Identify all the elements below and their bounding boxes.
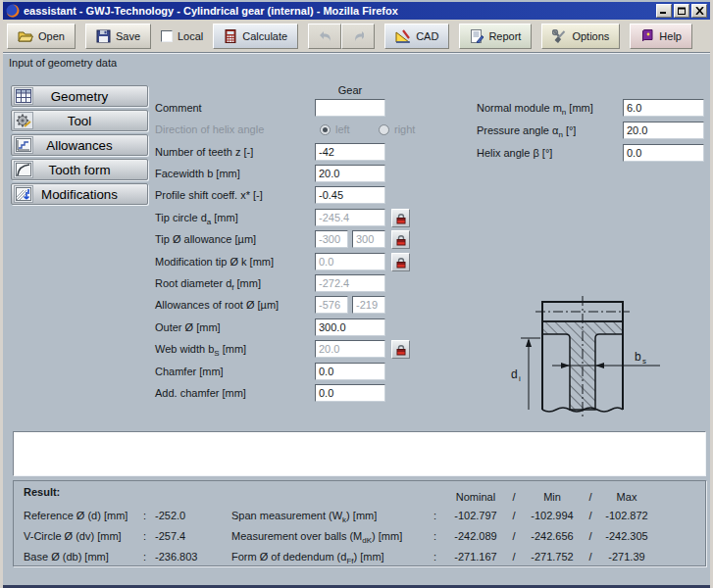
tip-allowance-input-2 [352, 230, 385, 248]
help-button-label: Help [659, 30, 682, 42]
sidebar-item-modifications-label: Modifications [41, 187, 118, 202]
gear-icon [14, 112, 33, 129]
chart-icon [14, 136, 33, 154]
helix-direction-label: Direction of helix angle [155, 123, 264, 135]
window-title: eassistant - GWJ-Technology - Cylindrica… [24, 5, 398, 17]
form-row-tip-modification: Modification tip Ø k [mm] [155, 253, 577, 271]
close-button[interactable] [691, 4, 707, 18]
help-button[interactable]: Help [630, 24, 692, 49]
tip-modification-input [315, 253, 385, 270]
report-document-icon [470, 29, 484, 43]
normal-module-label: Normal module mn [mm] [477, 102, 593, 117]
cad-button-label: CAD [416, 30, 438, 42]
save-button-label: Save [116, 30, 140, 42]
sidebar-item-tooth-form[interactable]: Tooth form [11, 159, 148, 180]
chamfer-input[interactable] [315, 363, 385, 380]
tip-circle-label: Tip circle da [mm] [155, 212, 238, 226]
message-area [13, 431, 706, 476]
teeth-label: Number of teeth z [-] [155, 146, 253, 158]
form-row-helix-angle: Helix angle β [°] [477, 144, 712, 163]
form-row-profile-shift: Profile shift coeff. x* [-] [155, 186, 577, 205]
form-row-normal-module: Normal module mn [mm] [477, 99, 712, 118]
local-checkbox[interactable] [161, 30, 173, 42]
helix-angle-input[interactable] [623, 144, 704, 162]
sidebar-item-allowances[interactable]: Allowances [11, 134, 148, 156]
comment-input[interactable] [315, 99, 385, 117]
profile-shift-input[interactable] [315, 186, 385, 204]
svg-text:s: s [642, 357, 646, 366]
toolbar: Open Save Local Calculate CAD R [3, 20, 710, 52]
maximize-button[interactable] [674, 4, 689, 18]
add-chamfer-input[interactable] [315, 384, 385, 402]
padlock-icon [395, 257, 407, 269]
chamfer-label: Chamfer [mm] [155, 366, 224, 377]
form-row-tip-allowance: Tip Ø allowance [µm] [155, 230, 577, 249]
root-allowance-input-2 [352, 296, 385, 314]
padlock-icon [395, 344, 407, 356]
open-button-label: Open [38, 30, 65, 42]
diagram-bs-label: b [635, 350, 641, 364]
redo-arrow-icon [352, 30, 364, 42]
tip-modification-label: Modification tip Ø k [mm] [155, 256, 274, 268]
local-checkbox-group: Local [161, 30, 203, 42]
svg-text:i: i [519, 374, 521, 383]
profile-shift-label: Profile shift coeff. x* [-] [155, 189, 263, 201]
padlock-icon [395, 234, 407, 246]
facewidth-input[interactable] [315, 165, 385, 182]
open-folder-icon [18, 29, 33, 43]
calculate-button[interactable]: Calculate [213, 24, 298, 49]
helix-right-radio-label: right [394, 123, 415, 135]
modification-arrows-icon [14, 185, 33, 203]
grid-icon [14, 87, 33, 105]
web-width-lock-button[interactable] [391, 340, 410, 359]
root-allowances-label: Allowances of root Ø [µm] [155, 299, 279, 311]
status-text: Input of geometry data [9, 57, 117, 69]
sidebar-item-geometry[interactable]: Geometry [11, 85, 148, 107]
options-button[interactable]: Options [541, 24, 620, 49]
cad-button[interactable]: CAD [384, 24, 449, 49]
options-tools-icon [552, 29, 567, 43]
options-button-label: Options [572, 30, 609, 42]
title-bar: eassistant - GWJ-Technology - Cylindrica… [3, 2, 710, 20]
redo-button [341, 24, 375, 49]
result-row: Base Ø (db) [mm] : -236.803 Form Ø of de… [14, 551, 705, 566]
helix-right-radio [379, 124, 389, 135]
tip-circle-lock-button[interactable] [391, 209, 410, 227]
outer-diameter-input[interactable] [315, 318, 385, 336]
max-header: Max [596, 491, 657, 503]
result-row: V-Circle Ø (dv) [mm] : -257.4 Measuremen… [14, 530, 705, 546]
v-circle-diameter-label: V-Circle Ø (dv) [mm] [24, 530, 122, 542]
tip-allowance-lock-button[interactable] [391, 230, 410, 249]
sidebar-item-tool[interactable]: Tool [11, 110, 148, 131]
form-row-pressure-angle: Pressure angle αn [°] [477, 122, 712, 140]
sidebar-item-tool-label: Tool [68, 114, 91, 128]
calculator-icon [224, 29, 237, 43]
helix-angle-label: Helix angle β [°] [477, 147, 552, 159]
pressure-angle-input[interactable] [623, 122, 704, 139]
tip-allowance-label: Tip Ø allowance [µm] [155, 233, 256, 245]
tip-modification-lock-button[interactable] [391, 253, 410, 271]
save-button[interactable]: Save [85, 24, 151, 49]
sidebar-item-modifications[interactable]: Modifications [11, 183, 148, 205]
base-diameter-value: -236.803 [155, 551, 197, 563]
reference-diameter-value: -252.0 [155, 510, 185, 521]
outer-diameter-label: Outer Ø [mm] [155, 321, 221, 333]
number-of-teeth-input[interactable] [315, 143, 385, 161]
gear-cross-section-diagram: d i b s [505, 292, 667, 425]
minimize-button[interactable] [656, 4, 672, 18]
tip-circle-input [315, 209, 385, 226]
calculate-button-label: Calculate [242, 30, 287, 42]
form-diameter-dedendum-values: : -271.167 / -271.752 / -271.39 [433, 551, 657, 563]
padlock-icon [395, 213, 407, 224]
report-button[interactable]: Report [459, 24, 532, 49]
floppy-disk-icon [96, 29, 111, 43]
helix-left-radio-label: left [335, 123, 350, 135]
tip-allowance-input-1 [315, 230, 348, 248]
local-checkbox-label: Local [178, 30, 203, 42]
application-window: eassistant - GWJ-Technology - Cylindrica… [0, 0, 713, 588]
sidebar-item-allowances-label: Allowances [46, 138, 112, 153]
open-button[interactable]: Open [7, 24, 76, 49]
root-allowance-input-1 [315, 296, 348, 314]
v-circle-diameter-value: -257.4 [155, 530, 185, 542]
normal-module-input[interactable] [623, 99, 704, 117]
